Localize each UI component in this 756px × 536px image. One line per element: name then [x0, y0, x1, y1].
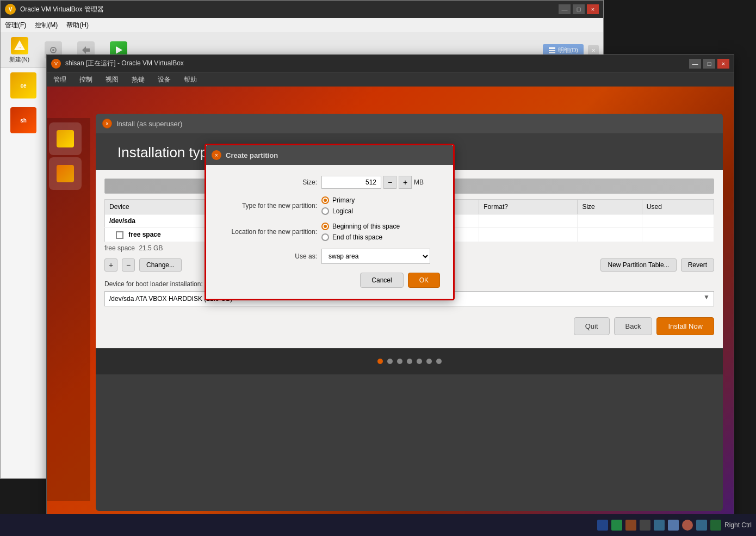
- vm-minimize-button[interactable]: —: [689, 59, 701, 69]
- add-partition-button[interactable]: +: [104, 258, 117, 272]
- dialog-content: Size: − + MB Type for the new partition:: [206, 165, 453, 299]
- vm-title-icon: V: [51, 59, 61, 69]
- type-label: Type for the new partition:: [219, 202, 317, 210]
- revert-button[interactable]: Revert: [681, 258, 714, 272]
- location-beginning-option[interactable]: Beginning of this space: [321, 223, 400, 230]
- menu-item-control[interactable]: 控制(M): [35, 21, 58, 30]
- format-sda: [479, 214, 578, 228]
- use-as-row: Use as: swap area Ext4 journaling file s…: [219, 249, 440, 264]
- location-row: Location for the new partition: Beginnin…: [219, 223, 440, 241]
- radio-dot: [324, 199, 327, 202]
- type-logical-option[interactable]: Logical: [321, 207, 355, 215]
- freespace-checkbox[interactable]: [116, 231, 123, 239]
- vm-menu-help[interactable]: 帮助: [182, 74, 199, 85]
- change-partition-button[interactable]: Change...: [139, 258, 182, 272]
- svg-rect-7: [549, 52, 555, 53]
- dot-3: [397, 359, 402, 364]
- type-primary-radio[interactable]: [321, 196, 329, 204]
- freespace-label-below: free space: [104, 244, 135, 252]
- taskbar-icon-7[interactable]: [682, 520, 693, 531]
- vbox-manager-titlebar: V Oracle VM VirtualBox 管理器 — □ ×: [1, 1, 603, 18]
- size-sda: [578, 214, 642, 228]
- dialog-title: Create partition: [226, 151, 278, 159]
- svg-marker-4: [116, 46, 122, 54]
- type-row: Type for the new partition: Primary Logi: [219, 196, 440, 215]
- ubuntu-installer: × Install (as superuser) Installation ty…: [96, 114, 723, 511]
- location-beginning-radio[interactable]: [321, 223, 329, 230]
- bootloader-label: Device for boot loader installation:: [104, 280, 203, 288]
- sidebar-item-ce[interactable]: ce: [1, 68, 46, 103]
- taskbar-icon-9[interactable]: [710, 520, 721, 531]
- cancel-button[interactable]: Cancel: [360, 273, 403, 288]
- dialog-close-button[interactable]: ×: [212, 150, 221, 160]
- vm-content: × Install (as superuser) Installation ty…: [47, 87, 734, 516]
- vm-titlebar: V shisan [正在运行] - Oracle VM VirtualBox —…: [47, 55, 734, 72]
- vm-menu-hotkeys[interactable]: 热键: [129, 74, 147, 85]
- size-row: Size: − + MB: [219, 176, 440, 189]
- taskbar-icon-1[interactable]: [597, 520, 608, 531]
- size-increase-button[interactable]: +: [399, 176, 412, 189]
- installer-close-button[interactable]: ×: [102, 119, 112, 128]
- type-logical-radio[interactable]: [321, 207, 329, 215]
- vm-maximize-button[interactable]: □: [703, 59, 715, 69]
- vm-menu-manage[interactable]: 管理: [51, 74, 69, 85]
- location-label: Location for the new partition:: [219, 228, 317, 236]
- dialog-buttons: Cancel OK: [219, 273, 440, 288]
- vm-close-button[interactable]: ×: [717, 59, 729, 69]
- sidebar-item-sh[interactable]: sh: [1, 103, 46, 138]
- menu-item-manage[interactable]: 管理(F): [5, 21, 26, 30]
- installer-bottom-buttons: Quit Back Install Now: [104, 317, 714, 340]
- back-button[interactable]: Back: [614, 317, 653, 335]
- type-primary-option[interactable]: Primary: [321, 196, 355, 204]
- vm-menubar: 管理 控制 视图 热键 设备 帮助: [47, 72, 734, 87]
- remove-partition-button[interactable]: −: [122, 258, 135, 272]
- location-end-radio[interactable]: [321, 233, 329, 241]
- vm-titlebar-buttons: — □ ×: [689, 59, 729, 69]
- vm-menu-devices[interactable]: 设备: [156, 74, 173, 85]
- size-input-wrapper: − + MB: [321, 176, 424, 189]
- installer-title-text: Install (as superuser): [116, 120, 182, 128]
- svg-point-3: [52, 49, 54, 51]
- svg-rect-5: [549, 47, 555, 49]
- location-beginning-label: Beginning of this space: [332, 223, 400, 230]
- size-input[interactable]: [321, 176, 381, 189]
- taskbar-icon-8[interactable]: [696, 520, 707, 531]
- minimize-button[interactable]: —: [559, 4, 571, 14]
- dot-2: [387, 359, 393, 364]
- vm-menu-control[interactable]: 控制: [77, 74, 95, 85]
- close-button[interactable]: ×: [587, 4, 599, 14]
- use-as-select[interactable]: swap area Ext4 journaling file system Ex…: [321, 249, 430, 264]
- used-sda: [642, 214, 714, 228]
- vm-left-sidebar: [47, 118, 90, 501]
- vm-sidebar-icon-2[interactable]: [49, 157, 82, 190]
- partition-type-radio-group: Primary Logical: [321, 196, 355, 215]
- vm-sidebar-icon-1[interactable]: [49, 122, 82, 155]
- new-vm-label: 新建(N): [9, 56, 29, 64]
- location-end-option[interactable]: End of this space: [321, 233, 400, 241]
- vbox-manager-menubar: 管理(F) 控制(M) 帮助(H): [1, 18, 603, 33]
- ok-button[interactable]: OK: [408, 273, 440, 288]
- install-now-button[interactable]: Install Now: [656, 317, 714, 335]
- new-vm-button[interactable]: → 新建(N): [5, 35, 34, 66]
- taskbar-icon-3[interactable]: [625, 520, 636, 531]
- taskbar-icon-6[interactable]: [668, 520, 679, 531]
- radio-dot-beginning: [324, 225, 327, 228]
- dialog-titlebar: × Create partition: [206, 145, 453, 165]
- svg-rect-6: [549, 50, 555, 51]
- vbox-vm-window: V shisan [正在运行] - Oracle VM VirtualBox —…: [46, 54, 734, 532]
- taskbar-icon-5[interactable]: [654, 520, 665, 531]
- menu-item-help[interactable]: 帮助(H): [66, 21, 89, 30]
- size-unit: MB: [414, 178, 424, 186]
- vbox-manager-titlebar-buttons: — □ ×: [559, 4, 599, 14]
- size-decrease-button[interactable]: −: [383, 176, 396, 189]
- dot-4: [407, 359, 412, 364]
- taskbar-icon-4[interactable]: [640, 520, 650, 531]
- maximize-button[interactable]: □: [573, 4, 585, 14]
- use-as-select-wrapper: swap area Ext4 journaling file system Ex…: [321, 249, 430, 264]
- size-freespace: [578, 228, 642, 242]
- dot-6: [426, 359, 432, 364]
- taskbar-icon-2[interactable]: [611, 520, 622, 531]
- new-partition-table-button[interactable]: New Partition Table...: [600, 258, 676, 272]
- vm-menu-view[interactable]: 视图: [103, 74, 121, 85]
- quit-button[interactable]: Quit: [574, 317, 610, 335]
